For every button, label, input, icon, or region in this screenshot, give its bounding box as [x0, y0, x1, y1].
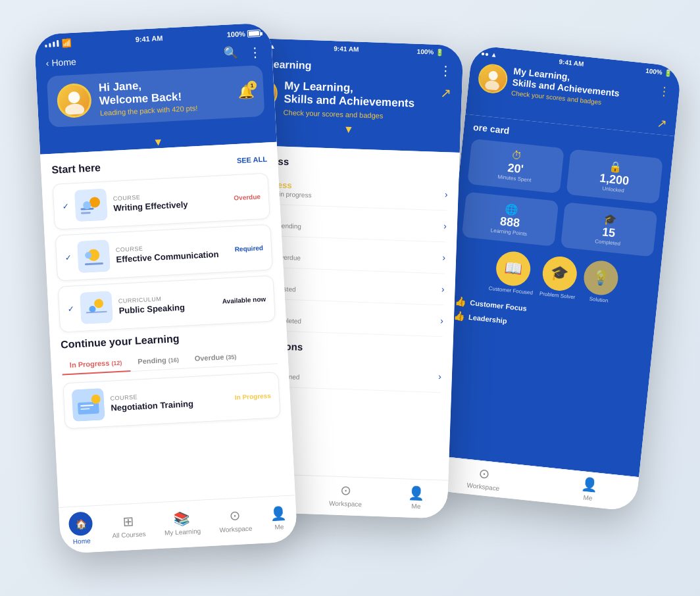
mylearning-icon: 📚: [173, 510, 190, 527]
svg-point-5: [65, 103, 85, 115]
phone2-me-icon: 👤: [408, 485, 425, 501]
back-arrow-icon: ‹: [45, 58, 49, 68]
phone3-points-icon: 🌐: [504, 202, 518, 216]
nav-mylearning[interactable]: 📚 My Learning: [163, 510, 201, 537]
wifi-icon: 📶: [61, 38, 72, 48]
phone-1: 📶 9:41 AM 100% ‹ Home: [34, 22, 298, 554]
phone3-nav-workspace[interactable]: ⊙ Workspace: [466, 464, 502, 492]
bell-button[interactable]: 🔔 1: [238, 84, 255, 100]
course-thumb-2: [77, 239, 110, 272]
phone3-battery: 100% 🔋: [645, 67, 672, 77]
nav-home[interactable]: 🏠 Home: [68, 511, 94, 545]
phone3-badge-1: 📖: [494, 249, 532, 287]
nav-me-label: Me: [274, 523, 284, 531]
svg-point-4: [68, 91, 80, 104]
phone3-time: 9:41 AM: [559, 58, 584, 68]
phone2-share-icon: ↗: [440, 85, 452, 101]
tab-pending-label: Pending: [138, 356, 166, 365]
svg-point-0: [488, 71, 498, 81]
phone3-points-label: Learning Points: [490, 227, 527, 237]
nav-allcourses-label: All Courses: [112, 530, 146, 539]
me-icon: 👤: [580, 476, 598, 493]
phone3-badge-2-label: Problem Solver: [539, 290, 575, 300]
phone3-nav-me[interactable]: 👤 Me: [580, 476, 599, 502]
nav-workspace-label: Workspace: [219, 525, 252, 534]
tab-inprogress-count: (12): [111, 360, 122, 367]
user-avatar: [57, 83, 93, 119]
see-all-button[interactable]: SEE ALL: [237, 155, 268, 164]
phone2-nav-me-label: Me: [411, 503, 420, 510]
course-card-writing[interactable]: ✓ Course Writing Effectively: [52, 173, 270, 230]
phone3-more-icon[interactable]: ⋮: [658, 84, 671, 99]
svg-rect-15: [80, 291, 113, 324]
nav-home-label: Home: [73, 537, 91, 545]
course-thumb-negotiation: [72, 388, 105, 421]
phone2-chevron-waitlisted: ›: [441, 284, 445, 294]
nav-home-circle: 🏠: [68, 511, 93, 536]
bell-badge: 1: [247, 80, 257, 90]
start-here-header: Start here SEE ALL: [51, 153, 267, 176]
phone3-nav-me-label: Me: [583, 494, 593, 502]
tab-pending[interactable]: Pending (16): [130, 351, 188, 371]
phone2-battery: 100% 🔋: [417, 48, 444, 56]
course-info-1: Course Writing Effectively: [113, 189, 228, 212]
phone2-nav-me[interactable]: 👤 Me: [408, 485, 425, 510]
tab-inprogress[interactable]: In Progress (12): [61, 354, 130, 374]
phone3-skill-1-name: Customer Focus: [470, 298, 528, 312]
nav-me[interactable]: 👤 Me: [270, 505, 288, 531]
home-nav-label: Home: [51, 57, 76, 68]
nav-workspace[interactable]: ⊙ Workspace: [218, 507, 253, 534]
phone3-minutes-value: 20': [507, 161, 524, 176]
back-button[interactable]: ‹ Home: [45, 57, 76, 68]
search-icon[interactable]: 🔍: [223, 45, 238, 62]
course-card-negotiation[interactable]: Course Negotiation Training In Progress: [63, 372, 280, 429]
checkmark-3: ✓: [67, 304, 74, 314]
course-card-communication[interactable]: ✓ Course Effective Communication Req: [55, 224, 273, 282]
home-icon: 🏠: [75, 518, 87, 530]
nav-mylearning-label: My Learning: [164, 528, 201, 537]
phone2-chevron-overdue: ›: [442, 253, 445, 263]
tab-overdue-label: Overdue: [194, 353, 224, 362]
tab-overdue-count: (35): [226, 354, 237, 361]
phone-3: ●● ▲ 9:41 AM 100% 🔋 My Learning, Skills …: [426, 45, 682, 512]
phone3-completed-icon: 🎓: [603, 212, 617, 226]
phone3-badge-3-label: Solution: [589, 295, 609, 303]
phone3-avatar: [477, 63, 509, 95]
course-info-negotiation: Course Negotiation Training: [110, 389, 228, 412]
course-card-publicspeaking[interactable]: ✓ Curriculum Public Speaking Availab: [58, 275, 276, 332]
phone3-badge-2: 🎓: [541, 255, 578, 292]
checkmark-2: ✓: [64, 253, 72, 262]
allcourses-icon: ⊞: [122, 513, 134, 530]
tab-overdue[interactable]: Overdue (35): [186, 348, 245, 368]
phone2-workspace-icon: ⊙: [340, 482, 352, 499]
phone1-signal: [45, 40, 59, 47]
phone2-chevron-cert: ›: [438, 371, 441, 382]
phone3-nav-workspace-label: Workspace: [466, 482, 500, 492]
course-status-2: Required: [234, 244, 263, 253]
course-status-3: Available now: [222, 295, 266, 305]
learning-tabs: In Progress (12) Pending (16) Overdue (3…: [61, 346, 278, 375]
phone3-badge-1-label: Customer Focused: [488, 285, 533, 295]
phone2-nav-workspace[interactable]: ⊙ Workspace: [329, 482, 362, 508]
workspace-icon: ⊙: [478, 465, 491, 482]
more-icon[interactable]: ⋮: [248, 44, 262, 61]
phone3-badge-3: 💡: [582, 259, 620, 297]
workspace-icon-main: ⊙: [229, 508, 241, 524]
phone2-time: 9:41 AM: [334, 45, 359, 53]
phone2-more-icon[interactable]: ⋮: [439, 62, 453, 79]
phone3-minutes-label: Minutes Spent: [497, 174, 532, 183]
course-info-3: Curriculum Public Speaking: [118, 293, 216, 316]
phone3-completed-value: 15: [601, 225, 616, 240]
scene: ●● ▲ 9:41 AM 100% 🔋 My Learning, Skills …: [28, 15, 672, 581]
phone2-chevron-completed: ›: [440, 315, 443, 326]
course-thumb-1: [74, 189, 107, 222]
phone3-skill-2-name: Leadership: [468, 312, 508, 324]
phone2-chevron-pending: ›: [443, 221, 447, 232]
phone3-completed-label: Completed: [595, 238, 620, 247]
phone3-signal: ●● ▲: [481, 50, 498, 59]
svg-point-1: [484, 80, 499, 91]
tab-pending-count: (16): [168, 357, 180, 364]
phone1-time: 9:41 AM: [135, 34, 162, 43]
nav-allcourses[interactable]: ⊞ All Courses: [111, 512, 146, 539]
phone1-battery-icon: [247, 29, 261, 37]
